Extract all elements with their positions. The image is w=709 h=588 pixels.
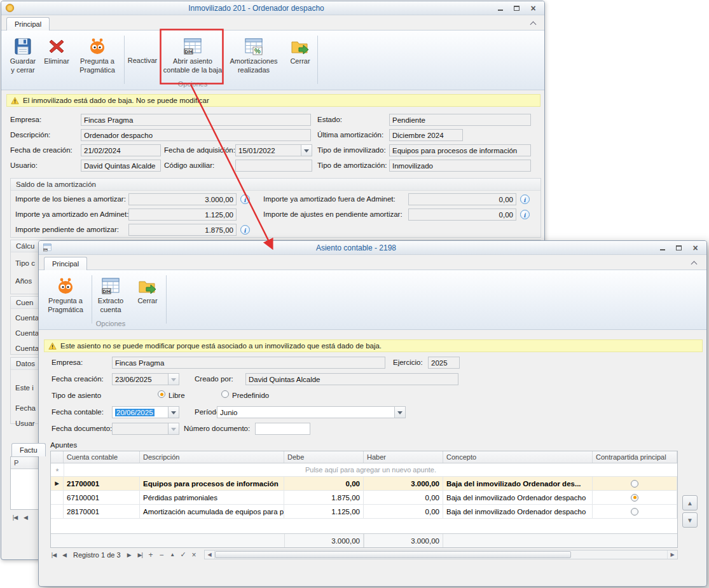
- periodo-combo[interactable]: Junio: [217, 406, 406, 418]
- append-record-button[interactable]: [146, 550, 156, 559]
- delete-icon: [46, 36, 67, 57]
- extracto-cuenta-button[interactable]: D/H Extracto cuenta: [93, 273, 128, 325]
- tab-principal[interactable]: Principal: [6, 17, 50, 31]
- info-icon[interactable]: [240, 195, 250, 204]
- pregunta-pragmatica-button[interactable]: Pregunta a Pragmática: [41, 273, 90, 325]
- ribbon-group-label: Opciones: [93, 320, 128, 327]
- amortizaciones-realizadas-button[interactable]: % Amortizaciones realizadas: [225, 34, 282, 86]
- clipped-label: Usuar: [15, 420, 35, 427]
- column-header[interactable]: Descripción: [140, 451, 284, 463]
- maximize-button[interactable]: [671, 243, 686, 252]
- ajustes-pendiente-field[interactable]: 0,00: [408, 209, 516, 221]
- save-icon: [13, 36, 33, 57]
- empresa-value: Fincas Pragma: [115, 359, 164, 367]
- delete-record-button[interactable]: [157, 550, 167, 559]
- contrapartida-radio[interactable]: [631, 494, 638, 502]
- post-edit-button[interactable]: [179, 550, 188, 559]
- pendiente-amortizar-field[interactable]: 1.875,00: [128, 224, 237, 236]
- minimize-button[interactable]: [655, 243, 670, 252]
- scroll-right-icon[interactable]: [667, 550, 677, 559]
- estado-field[interactable]: Pendiente: [389, 114, 531, 126]
- titlebar[interactable]: D/H Asiento contable - 2198: [39, 241, 706, 255]
- table-row[interactable]: 21700001 Equipos para procesos de inform…: [51, 477, 677, 491]
- amortizado-fuera-field[interactable]: 0,00: [408, 193, 516, 205]
- empresa-field[interactable]: Fincas Pragma: [112, 357, 385, 369]
- tipo-amortizacion-field[interactable]: Inmovilizado: [389, 160, 531, 172]
- ejercicio-value: 2025: [431, 359, 448, 367]
- column-header[interactable]: Haber: [364, 451, 443, 463]
- cerrar-button[interactable]: Cerrar: [285, 34, 315, 86]
- dropdown-arrow-icon[interactable]: [168, 423, 179, 434]
- radio-predefinido-label[interactable]: Predefinido: [232, 392, 269, 399]
- new-row[interactable]: Pulse aquí para agregar un nuevo apunte.: [51, 463, 677, 477]
- prev-record-button[interactable]: [60, 550, 69, 559]
- button-label: Guardar: [10, 57, 36, 65]
- fecha-creacion-field[interactable]: 21/02/2024: [81, 144, 161, 156]
- titlebar[interactable]: Inmovilizado 201 - Ordenador despacho: [1, 1, 544, 15]
- fecha-creacion-combo[interactable]: 23/06/2025: [112, 373, 179, 385]
- contrapartida-radio[interactable]: [631, 480, 638, 488]
- tipo-inmovilizado-value: Equipos para procesos de información: [392, 147, 517, 154]
- creado-por-value: David Quintas Alcalde: [249, 376, 320, 383]
- importe-bienes-field[interactable]: 3.000,00: [128, 193, 237, 205]
- reactivar-button[interactable]: Reactivar: [126, 34, 159, 86]
- minimize-button[interactable]: [493, 3, 507, 13]
- guardar-y-cerrar-button[interactable]: Guardar y cerrar: [5, 34, 41, 86]
- radio-libre-label[interactable]: Libre: [169, 392, 185, 399]
- info-icon[interactable]: [520, 210, 530, 219]
- usuario-field[interactable]: David Quintas Alcalde: [81, 160, 161, 172]
- move-row-up-button[interactable]: [682, 495, 698, 510]
- collapse-ribbon-button[interactable]: [528, 19, 538, 28]
- first-record-button[interactable]: [49, 550, 59, 559]
- horizontal-scrollbar[interactable]: [204, 550, 678, 559]
- dropdown-arrow-icon[interactable]: [301, 145, 312, 156]
- radio-libre[interactable]: [158, 390, 165, 398]
- collapse-ribbon-button[interactable]: [689, 259, 699, 268]
- radio-predefinido[interactable]: [221, 390, 229, 398]
- info-icon[interactable]: [240, 225, 250, 235]
- numero-documento-field[interactable]: [255, 423, 310, 435]
- abrir-asiento-contable-button[interactable]: D/H Abrir asiento contable de la baja: [163, 34, 223, 86]
- cell-contrapartida: [593, 491, 677, 504]
- tipo-inmovilizado-field[interactable]: Equipos para procesos de información: [389, 144, 531, 156]
- last-record-button[interactable]: [135, 550, 145, 559]
- close-button[interactable]: [688, 243, 703, 252]
- fecha-adquisicion-combo[interactable]: 15/01/2022: [235, 144, 312, 156]
- table-row[interactable]: 67100001 Pérdidas patrimoniales 1.875,00…: [51, 491, 677, 505]
- move-row-down-button[interactable]: [682, 512, 698, 528]
- dropdown-arrow-icon[interactable]: [168, 407, 179, 418]
- cell-debe: 1.125,00: [284, 505, 364, 518]
- cell-debe: 0,00: [284, 477, 364, 490]
- info-icon[interactable]: [520, 195, 530, 204]
- next-record-button[interactable]: [125, 550, 134, 559]
- scrollbar-thumb[interactable]: [215, 551, 571, 558]
- descripcion-field[interactable]: Ordenador despacho: [81, 129, 311, 141]
- column-header[interactable]: Debe: [284, 451, 364, 463]
- close-button[interactable]: [526, 3, 540, 13]
- pregunta-pragmatica-button[interactable]: Pregunta a Pragmática: [72, 34, 122, 86]
- edit-record-button[interactable]: [168, 550, 177, 559]
- cancel-edit-button[interactable]: [189, 550, 199, 559]
- creado-por-field[interactable]: David Quintas Alcalde: [245, 373, 458, 385]
- codigo-auxiliar-field[interactable]: [235, 160, 312, 172]
- ejercicio-field[interactable]: 2025: [428, 357, 460, 369]
- eliminar-button[interactable]: Eliminar: [41, 34, 72, 86]
- cell-contrapartida: [593, 505, 677, 518]
- fecha-creacion-label: Fecha creación:: [52, 375, 104, 383]
- fecha-documento-combo[interactable]: [112, 423, 179, 435]
- column-header[interactable]: Concepto: [443, 451, 593, 463]
- ultima-amortizacion-field[interactable]: Diciembre 2024: [389, 129, 463, 141]
- amortizado-adminet-field[interactable]: 1.125,00: [128, 209, 237, 221]
- tab-principal[interactable]: Principal: [44, 257, 87, 270]
- cerrar-button[interactable]: Cerrar: [132, 273, 163, 325]
- contrapartida-radio[interactable]: [631, 508, 638, 516]
- maximize-button[interactable]: [509, 3, 524, 13]
- dropdown-arrow-icon[interactable]: [394, 407, 405, 418]
- column-header[interactable]: Contrapartida principal: [593, 451, 677, 463]
- empresa-field[interactable]: Fincas Pragma: [81, 114, 311, 126]
- dropdown-arrow-icon[interactable]: [168, 374, 179, 385]
- fecha-contable-combo[interactable]: 20/06/2025: [112, 406, 179, 418]
- scroll-left-icon[interactable]: [205, 550, 215, 559]
- column-header[interactable]: Cuenta contable: [64, 451, 140, 463]
- table-row[interactable]: 28170001 Amortización acumulada de equip…: [51, 505, 677, 519]
